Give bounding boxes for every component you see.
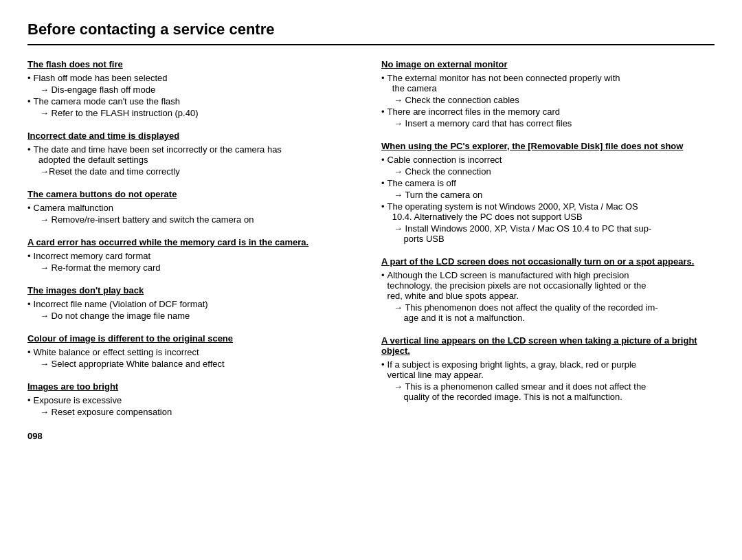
section-card-error: A card error has occurred while the memo… xyxy=(27,237,361,273)
page-number: 098 xyxy=(27,431,361,441)
bullet-icon: • xyxy=(381,201,385,212)
item-text: White balance or effect setting is incor… xyxy=(34,347,199,357)
bullet-icon: • xyxy=(381,107,385,117)
item-text: → This is a phenomenon called smear and … xyxy=(394,381,646,402)
list-item: • The operating system is not Windows 20… xyxy=(381,201,715,222)
item-text: → Remove/re-insert battery and switch th… xyxy=(40,214,254,225)
item-text: The operating system is not Windows 2000… xyxy=(387,201,638,222)
list-item: → Turn the camera on xyxy=(394,190,715,200)
section-lcd-spot-title: A part of the LCD screen does not occasi… xyxy=(381,256,715,267)
list-item: →Reset the date and time correctly xyxy=(40,166,361,177)
item-text: The date and time have been set incorrec… xyxy=(34,144,282,165)
list-item: → Remove/re-insert battery and switch th… xyxy=(40,214,361,225)
item-text: → Reset exposure compensation xyxy=(40,407,172,417)
section-removable: When using the PC's explorer, the [Remov… xyxy=(381,141,715,244)
section-vertical-line-title: A vertical line appears on the LCD scree… xyxy=(381,335,715,356)
section-too-bright-title: Images are too bright xyxy=(27,381,361,392)
list-item: • White balance or effect setting is inc… xyxy=(27,347,361,357)
list-item: → Reset exposure compensation xyxy=(40,407,361,417)
page-title: Before contacting a service centre xyxy=(27,21,715,45)
item-text: Although the LCD screen is manufactured … xyxy=(387,270,647,301)
list-item: → Install Windows 2000, XP, Vista / Mac … xyxy=(394,223,715,244)
section-colour-title: Colour of image is different to the orig… xyxy=(27,333,361,344)
list-item: • Incorrect file name (Violation of DCF … xyxy=(27,299,361,309)
section-card-title: A card error has occurred while the memo… xyxy=(27,237,361,247)
list-item: • There are incorrect files in the memor… xyxy=(381,107,715,117)
item-text: The external monitor has not been connec… xyxy=(387,73,620,93)
list-item: • The external monitor has not been conn… xyxy=(381,73,715,93)
list-item: → Re-format the memory card xyxy=(40,262,361,273)
bullet-icon: • xyxy=(27,347,31,357)
bullet-icon: • xyxy=(381,178,385,188)
section-colour: Colour of image is different to the orig… xyxy=(27,333,361,369)
bullet-icon: • xyxy=(381,359,385,370)
item-text: → Check the connection xyxy=(394,166,491,177)
list-item: • Camera malfunction xyxy=(27,203,361,213)
list-item: → Dis-engage flash off mode xyxy=(40,85,361,95)
item-text: → Turn the camera on xyxy=(394,190,482,200)
item-text: There are incorrect files in the memory … xyxy=(387,107,560,117)
item-text: Camera malfunction xyxy=(34,203,113,213)
list-item: • The date and time have been set incorr… xyxy=(27,144,361,165)
item-text: Exposure is excessive xyxy=(34,395,122,405)
item-text: → Insert a memory card that has correct … xyxy=(394,118,572,128)
right-column: No image on external monitor • The exter… xyxy=(381,59,715,441)
section-buttons-title: The camera buttons do not operate xyxy=(27,189,361,199)
item-text: Incorrect memory card format xyxy=(34,251,151,261)
list-item: • Although the LCD screen is manufacture… xyxy=(381,270,715,301)
section-flash-title: The flash does not fire xyxy=(27,59,361,69)
section-lcd-spot: A part of the LCD screen does not occasi… xyxy=(381,256,715,323)
item-text: Cable connection is incorrect xyxy=(387,155,502,165)
left-column: The flash does not fire • Flash off mode… xyxy=(27,59,361,441)
item-text: → Dis-engage flash off mode xyxy=(40,85,155,95)
list-item: → Select appropriate White balance and e… xyxy=(40,359,361,369)
list-item: → Do not change the image file name xyxy=(40,311,361,321)
section-playback: The images don't play back • Incorrect f… xyxy=(27,285,361,321)
section-too-bright: Images are too bright • Exposure is exce… xyxy=(27,381,361,417)
list-item: • The camera mode can't use the flash xyxy=(27,96,361,107)
bullet-icon: • xyxy=(27,144,31,155)
item-text: Incorrect file name (Violation of DCF fo… xyxy=(34,299,208,309)
list-item: • If a subject is exposing bright lights… xyxy=(381,359,715,380)
list-item: • Flash off mode has been selected xyxy=(27,73,361,83)
item-text: Flash off mode has been selected xyxy=(34,73,168,83)
bullet-icon: • xyxy=(381,73,385,83)
list-item: → This phenomenon does not affect the qu… xyxy=(394,302,715,323)
item-text: → Refer to the FLASH instruction (p.40) xyxy=(40,108,198,118)
item-text: → Install Windows 2000, XP, Vista / Mac … xyxy=(394,223,651,244)
bullet-icon: • xyxy=(381,270,385,280)
item-text: The camera is off xyxy=(387,178,456,188)
section-vertical-line: A vertical line appears on the LCD scree… xyxy=(381,335,715,402)
bullet-icon: • xyxy=(27,251,31,261)
bullet-icon: • xyxy=(27,299,31,309)
item-text: → Select appropriate White balance and e… xyxy=(40,359,225,369)
item-text: → Re-format the memory card xyxy=(40,262,161,273)
section-no-image: No image on external monitor • The exter… xyxy=(381,59,715,128)
list-item: • Exposure is excessive xyxy=(27,395,361,405)
list-item: • The camera is off xyxy=(381,178,715,188)
item-text: → Do not change the image file name xyxy=(40,311,190,321)
bullet-icon: • xyxy=(27,395,31,405)
section-removable-title: When using the PC's explorer, the [Remov… xyxy=(381,141,715,151)
section-date: Incorrect date and time is displayed • T… xyxy=(27,131,361,177)
section-flash: The flash does not fire • Flash off mode… xyxy=(27,59,361,118)
bullet-icon: • xyxy=(381,155,385,165)
item-text: If a subject is exposing bright lights, … xyxy=(387,359,637,380)
list-item: • Incorrect memory card format xyxy=(27,251,361,261)
section-buttons: The camera buttons do not operate • Came… xyxy=(27,189,361,225)
item-text: → Check the connection cables xyxy=(394,95,519,105)
section-no-image-title: No image on external monitor xyxy=(381,59,715,69)
list-item: → Insert a memory card that has correct … xyxy=(394,118,715,128)
bullet-icon: • xyxy=(27,203,31,213)
bullet-icon: • xyxy=(27,73,31,83)
list-item: → Check the connection xyxy=(394,166,715,177)
bullet-icon: • xyxy=(27,96,31,107)
list-item: → Refer to the FLASH instruction (p.40) xyxy=(40,108,361,118)
item-text: The camera mode can't use the flash xyxy=(34,96,180,107)
content-layout: The flash does not fire • Flash off mode… xyxy=(27,59,715,441)
list-item: → This is a phenomenon called smear and … xyxy=(394,381,715,402)
item-text: → This phenomenon does not affect the qu… xyxy=(394,302,658,323)
list-item: → Check the connection cables xyxy=(394,95,715,105)
item-text: →Reset the date and time correctly xyxy=(40,166,180,177)
section-date-title: Incorrect date and time is displayed xyxy=(27,131,361,141)
